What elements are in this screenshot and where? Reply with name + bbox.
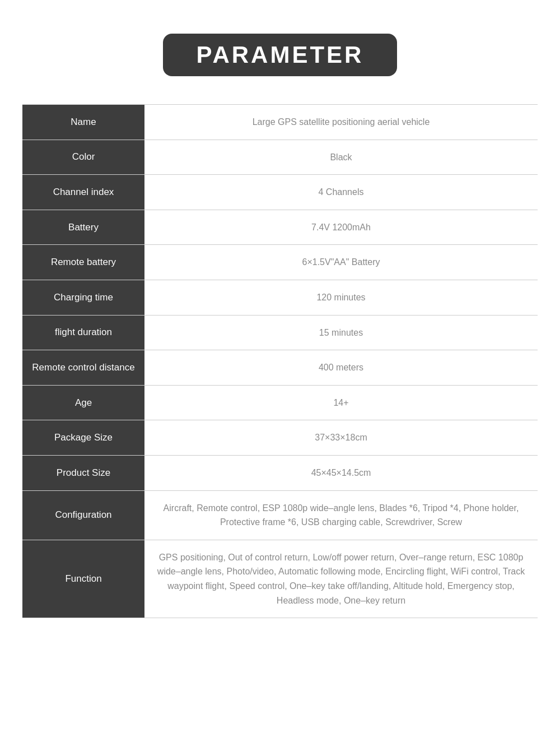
row-label: Function <box>22 540 144 618</box>
row-value: 15 minutes <box>144 315 538 350</box>
row-label: Battery <box>22 210 144 245</box>
row-value: 45×45×14.5cm <box>144 455 538 490</box>
table-row: Remote battery6×1.5V"AA" Battery <box>22 245 538 280</box>
row-value: 37×33×18cm <box>144 420 538 456</box>
row-value: 6×1.5V"AA" Battery <box>144 245 538 280</box>
row-value: Large GPS satellite positioning aerial v… <box>144 105 538 140</box>
row-value: 7.4V 1200mAh <box>144 210 538 245</box>
row-label: flight duration <box>22 315 144 350</box>
row-label: Channel index <box>22 175 144 210</box>
spec-table: NameLarge GPS satellite positioning aeri… <box>22 104 538 618</box>
table-row: Charging time120 minutes <box>22 280 538 315</box>
page-title: PARAMETER <box>163 34 398 76</box>
row-label: Age <box>22 385 144 420</box>
row-value: 400 meters <box>144 350 538 386</box>
row-value: 14+ <box>144 385 538 420</box>
row-value: Aircraft, Remote control, ESP 1080p wide… <box>144 490 538 540</box>
table-row: Product Size45×45×14.5cm <box>22 455 538 490</box>
table-row: Age14+ <box>22 385 538 420</box>
table-row: Battery7.4V 1200mAh <box>22 210 538 245</box>
table-row: FunctionGPS positioning, Out of control … <box>22 540 538 618</box>
row-value: 4 Channels <box>144 175 538 210</box>
header: PARAMETER <box>163 34 398 76</box>
row-label: Package Size <box>22 420 144 456</box>
row-value: GPS positioning, Out of control return, … <box>144 540 538 618</box>
table-row: flight duration15 minutes <box>22 315 538 350</box>
row-label: Configuration <box>22 490 144 540</box>
row-label: Remote battery <box>22 245 144 280</box>
row-label: Name <box>22 105 144 140</box>
row-label: Color <box>22 140 144 175</box>
row-label: Product Size <box>22 455 144 490</box>
row-value: Black <box>144 140 538 175</box>
table-row: Channel index4 Channels <box>22 175 538 210</box>
table-row: Remote control distance400 meters <box>22 350 538 386</box>
row-label: Charging time <box>22 280 144 315</box>
row-value: 120 minutes <box>144 280 538 315</box>
table-row: ConfigurationAircraft, Remote control, E… <box>22 490 538 540</box>
table-row: Package Size37×33×18cm <box>22 420 538 456</box>
table-row: NameLarge GPS satellite positioning aeri… <box>22 105 538 140</box>
table-row: ColorBlack <box>22 140 538 175</box>
row-label: Remote control distance <box>22 350 144 386</box>
